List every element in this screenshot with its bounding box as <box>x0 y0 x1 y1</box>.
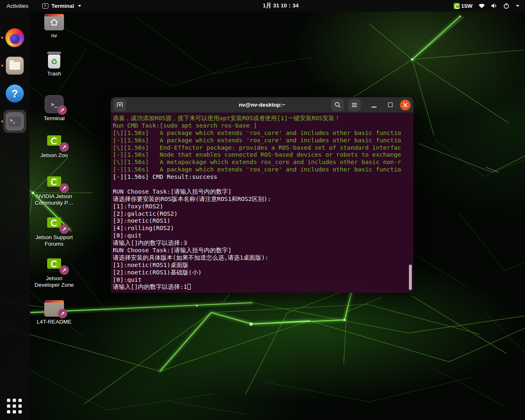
desktop-icon-label: nv <box>51 32 57 39</box>
link-arrow-icon: ↗ <box>59 224 69 234</box>
terminal-line-8: [-][1.56s] CMD Result:success <box>113 173 412 180</box>
close-button[interactable] <box>400 100 411 110</box>
files-icon <box>6 57 24 75</box>
terminal-app-icon <box>42 3 48 9</box>
system-tray[interactable]: 15W <box>454 3 525 9</box>
dock: ? >_ <box>0 11 30 420</box>
terminal-cursor <box>187 284 191 290</box>
desktop-icon-label: L4T-README <box>37 319 72 325</box>
desktop-icon-nvidia-jetson-community[interactable]: NVIDIA ↗ NVIDIA Jetson Community P… <box>33 176 75 206</box>
firefox-icon <box>5 28 24 47</box>
desktop-icon-jetson-developer-zone[interactable]: NVIDIA ↗ Jetson Developer Zone <box>33 258 75 288</box>
terminal-line-21: [2]:noetic(ROS1)基础版(小) <box>113 269 412 276</box>
activities-button[interactable]: Activities <box>5 3 30 9</box>
terminal-line-6: [\][1.56s] A metapackage which extends r… <box>113 158 412 166</box>
home-folder-icon <box>44 14 64 30</box>
search-button[interactable] <box>331 99 344 111</box>
terminal-line-22: [0]:quit <box>113 276 412 283</box>
power-mode-indicator: 15W <box>454 3 472 9</box>
recycle-icon: ♻ <box>48 55 60 68</box>
desktop-icon-l4t-readme[interactable]: ↗ L4T-README <box>33 300 75 325</box>
running-indicator <box>1 121 3 123</box>
terminal-line-9 <box>113 180 412 188</box>
terminal-scrollbar-thumb[interactable] <box>409 265 412 290</box>
desktop-icon-label: NVIDIA Jetson Community P… <box>33 193 75 206</box>
desktop-icon-label: Trash <box>47 71 61 77</box>
top-bar: Activities Terminal 1月 31 10：34 15W <box>0 0 525 11</box>
link-arrow-icon: ↗ <box>57 105 67 115</box>
desktop-icon-label: Terminal <box>43 115 64 122</box>
dock-item-terminal[interactable]: >_ <box>0 110 30 133</box>
running-indicator <box>1 65 3 67</box>
terminal-line-13: [2]:galactic(ROS2) <box>113 210 412 217</box>
terminal-line-0: 恭喜，成功添加ROS源，接下来可以使用apt安装ROS或者使用[1]一键安装RO… <box>113 114 412 122</box>
terminal-output[interactable]: 恭喜，成功添加ROS源，接下来可以使用apt安装ROS或者使用[1]一键安装RO… <box>111 113 413 293</box>
link-arrow-icon: ↗ <box>59 183 69 193</box>
terminal-line-20: [1]:noetic(ROS1)桌面版 <box>113 261 412 269</box>
terminal-line-12: [1]:foxy(ROS2) <box>113 203 412 210</box>
desktop-icon-label: Jetson Zoo <box>41 152 68 159</box>
desktop-icon-nv[interactable]: nv <box>33 14 75 39</box>
terminal-line-17: 请输入[]内的数字以选择:3 <box>113 239 412 247</box>
dock-item-help[interactable]: ? <box>0 82 30 105</box>
terminal-titlebar[interactable]: nv@nv-desktop:~ <box>111 97 413 113</box>
minimize-icon <box>372 103 377 107</box>
desktop-icon-label: Jetson Developer Zone <box>33 275 75 288</box>
volume-icon <box>491 3 498 9</box>
link-arrow-icon: ↗ <box>59 265 69 275</box>
terminal-line-11: 请选择你要安装的ROS版本名称(请注意ROS1和ROS2区别): <box>113 195 412 203</box>
link-arrow-icon: ↗ <box>59 142 69 152</box>
running-indicator <box>1 37 3 39</box>
terminal-line-10: RUN Choose Task:[请输入括号内的数字] <box>113 188 412 195</box>
trash-icon: ♻ <box>45 52 64 68</box>
terminal-line-18: RUN Choose Task:[请输入括号内的数字] <box>113 247 412 254</box>
terminal-line-23: 请输入[]内的数字以选择:1 <box>113 283 412 290</box>
terminal-line-3: [-][1.56s] A package which extends 'ros_… <box>113 137 412 144</box>
desktop-icon-terminal[interactable]: >_ ↗ Terminal <box>33 95 75 122</box>
terminal-line-16: [0]:quit <box>113 232 412 239</box>
dock-item-files[interactable] <box>0 54 30 77</box>
terminal-line-14: [3]:noetic(ROS1) <box>113 217 412 224</box>
nvidia-icon <box>454 3 460 9</box>
maximize-icon <box>388 103 393 107</box>
desktop-icon-jetson-zoo[interactable]: NVIDIA ↗ Jetson Zoo <box>33 135 75 159</box>
desktop-icon-jetson-support-forums[interactable]: NVIDIA ↗ Jetson Support Forums <box>33 217 75 247</box>
desktop-icon-label: Jetson Support Forums <box>33 234 75 247</box>
chevron-down-icon <box>78 5 81 7</box>
desktop-icon-trash[interactable]: ♻ Trash <box>33 52 75 77</box>
terminal-line-2: [\][1.56s] A package which extends 'ros_… <box>113 129 412 137</box>
dock-item-firefox[interactable] <box>0 26 30 49</box>
terminal-line-19: 请选择安装的具体版本(如果不知道怎么选,请选1桌面版): <box>113 254 412 261</box>
link-arrow-icon: ↗ <box>58 309 67 318</box>
show-applications-button[interactable] <box>7 399 23 414</box>
new-tab-button[interactable] <box>114 99 126 111</box>
hamburger-icon <box>352 103 357 107</box>
terminal-line-5: [-][1.56s] Node that enables connected R… <box>113 151 412 158</box>
close-icon <box>403 103 408 107</box>
terminal-line-4: [\][1.56s] End-Effector package: provide… <box>113 144 412 151</box>
app-menu-label: Terminal <box>51 3 74 9</box>
help-icon: ? <box>6 84 24 103</box>
menu-button[interactable] <box>348 99 361 111</box>
app-menu[interactable]: Terminal <box>42 3 81 9</box>
wifi-icon <box>478 3 485 9</box>
terminal-line-1: Run CMD Task:[sudo apt search ros-base ] <box>113 122 412 129</box>
terminal-window: nv@nv-desktop:~ <box>111 97 413 293</box>
power-mode-label: 15W <box>461 3 472 9</box>
terminal-line-15: [4]:rolling(ROS2) <box>113 224 412 232</box>
maximize-button[interactable] <box>384 99 396 111</box>
power-icon <box>503 3 509 9</box>
active-app-highlight <box>3 110 26 133</box>
search-icon <box>335 102 341 108</box>
minimize-button[interactable] <box>368 99 380 111</box>
chevron-down-icon <box>516 5 519 7</box>
terminal-line-7: [-][1.56s] A package which extends 'ros_… <box>113 166 412 173</box>
clock[interactable]: 1月 31 10：34 <box>263 2 299 9</box>
